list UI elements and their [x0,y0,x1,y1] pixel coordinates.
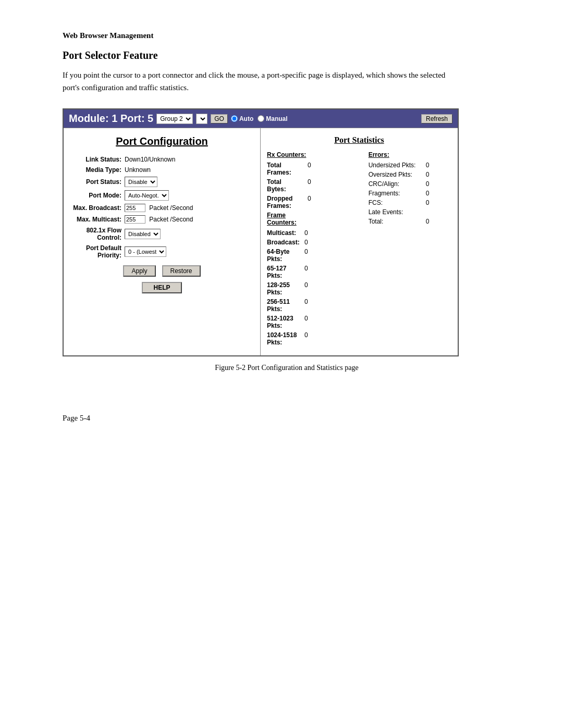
arrow-select[interactable]: ▼ [196,114,207,124]
port-priority-select[interactable]: 0 - (Lowest) [125,246,166,257]
btn-row: Apply Restore [70,265,254,277]
byte128-255-value: 0 [304,281,315,289]
max-broadcast-value[interactable]: Packet /Second [125,204,193,212]
media-type-row: Media Type: Unknown [70,166,254,174]
browser-frame: Module: 1 Port: 5 Group 2 ▼ GO Auto Manu… [63,108,459,356]
byte512-1023-value: 0 [304,315,315,322]
auto-label: Auto [239,115,253,122]
port-mode-value: Auto-Negot. [125,190,169,201]
dropped-frames-row: DroppedFrames: 0 [267,195,369,209]
dropped-frames-value: 0 [308,195,318,202]
byte64-value: 0 [304,248,315,255]
flow-control-value: Disabled [125,229,161,239]
port-status-value: Disable [125,177,157,187]
fcs-value: 0 [426,199,430,206]
port-mode-row: Port Mode: Auto-Negot. [70,190,254,201]
crc-align-label: CRC/Align: [369,180,426,188]
total-value: 0 [426,218,430,225]
fcs-row: FCS: 0 [369,199,451,206]
max-multicast-row: Max. Multicast: Packet /Second [70,215,254,224]
flow-control-select[interactable]: Disabled [125,229,161,239]
max-broadcast-input[interactable] [125,204,145,212]
oversized-pkts-label: Oversized Pkts: [369,171,426,178]
port-priority-value: 0 - (Lowest) [125,246,166,257]
max-broadcast-unit: Packet /Second [149,204,193,212]
byte1024-1518-label: 1024-1518Pkts: [267,331,304,346]
byte128-255-label: 128-255Pkts: [267,281,304,296]
byte65-127-label: 65-127Pkts: [267,265,304,279]
help-button[interactable]: HELP [142,282,181,293]
go-button[interactable]: GO [211,114,228,124]
oversized-pkts-row: Oversized Pkts: 0 [369,171,451,178]
media-type-value: Unknown [125,166,151,174]
crc-align-row: CRC/Align: 0 [369,180,451,188]
link-status-row: Link Status: Down10/Unknown [70,156,254,163]
max-multicast-unit: Packet /Second [149,216,193,223]
total-frames-row: TotalFrames: 0 [267,162,369,176]
intro-text: If you point the cursor to a port connec… [63,69,448,94]
dropped-frames-label: DroppedFrames: [267,195,308,209]
link-status-value: Down10/Unknown [125,156,175,163]
oversized-pkts-value: 0 [426,171,430,178]
undersized-pkts-value: 0 [426,162,430,169]
max-multicast-input[interactable] [125,215,145,224]
max-multicast-label: Max. Multicast: [70,216,125,223]
late-events-row: Late Events: [369,208,451,216]
right-panel: Port Statistics Rx Counters: TotalFrames… [261,128,458,355]
multicast-row: Multicast: 0 [267,229,369,237]
auto-radio[interactable] [231,115,238,122]
stats-right-col: Errors: Undersized Pkts: 0 Oversized Pkt… [369,151,451,348]
frame-counters-header: FrameCounters: [267,212,369,226]
page-number: Page 5-4 [63,414,511,423]
byte256-511-label: 256-511Pkts: [267,298,304,313]
byte1024-1518-row: 1024-1518Pkts: 0 [267,331,369,346]
byte65-127-value: 0 [304,265,315,272]
manual-radio[interactable] [258,115,264,122]
refresh-button[interactable]: Refresh [421,114,452,124]
port-mode-select[interactable]: Auto-Negot. [125,190,169,201]
top-bar: Module: 1 Port: 5 Group 2 ▼ GO Auto Manu… [64,109,458,128]
max-broadcast-label: Max. Broadcast: [70,204,125,212]
rx-counters-header: Rx Counters: [267,151,369,158]
fragments-row: Fragments: 0 [369,190,451,197]
max-multicast-value[interactable]: Packet /Second [125,215,193,224]
late-events-label: Late Events: [369,208,426,216]
media-type-label: Media Type: [70,166,125,174]
undersized-pkts-label: Undersized Pkts: [369,162,426,169]
apply-button[interactable]: Apply [123,265,155,277]
group-dropdown[interactable]: Group 2 [156,114,193,124]
port-mode-label: Port Mode: [70,192,125,199]
auto-radio-label[interactable]: Auto [231,115,253,122]
figure-caption: Figure 5-2 Port Configuration and Statis… [63,364,511,372]
port-config-title: Port Configuration [70,135,254,147]
stats-left-col: Rx Counters: TotalFrames: 0 TotalBytes: … [267,151,369,348]
byte256-511-row: 256-511Pkts: 0 [267,298,369,313]
total-bytes-value: 0 [308,178,318,186]
port-status-select[interactable]: Disable [125,177,157,187]
byte64-label: 64-BytePkts: [267,248,304,263]
multicast-label: Multicast: [267,229,304,237]
total-bytes-row: TotalBytes: 0 [267,178,369,193]
page-title: Port Selector Feature [63,50,511,61]
link-status-label: Link Status: [70,156,125,163]
byte256-511-value: 0 [304,298,315,305]
port-status-label: Port Status: [70,178,125,186]
fcs-label: FCS: [369,199,426,206]
port-priority-label: Port Default Priority: [70,244,125,259]
total-row: Total: 0 [369,218,451,225]
section-header: Web Browser Management [63,31,511,40]
left-panel: Port Configuration Link Status: Down10/U… [64,128,261,355]
manual-radio-label[interactable]: Manual [258,115,287,122]
module-port-label: Module: 1 Port: 5 [69,113,153,125]
radio-group: Auto Manual [231,115,288,122]
port-priority-row: Port Default Priority: 0 - (Lowest) [70,244,254,259]
port-stats-title: Port Statistics [267,135,451,145]
undersized-pkts-row: Undersized Pkts: 0 [369,162,451,169]
stats-area: Rx Counters: TotalFrames: 0 TotalBytes: … [267,151,451,348]
multicast-value: 0 [304,229,315,237]
manual-label: Manual [266,115,287,122]
broadcast-value: 0 [304,239,315,246]
total-bytes-label: TotalBytes: [267,178,308,193]
restore-button[interactable]: Restore [162,265,201,277]
port-status-row: Port Status: Disable [70,177,254,187]
